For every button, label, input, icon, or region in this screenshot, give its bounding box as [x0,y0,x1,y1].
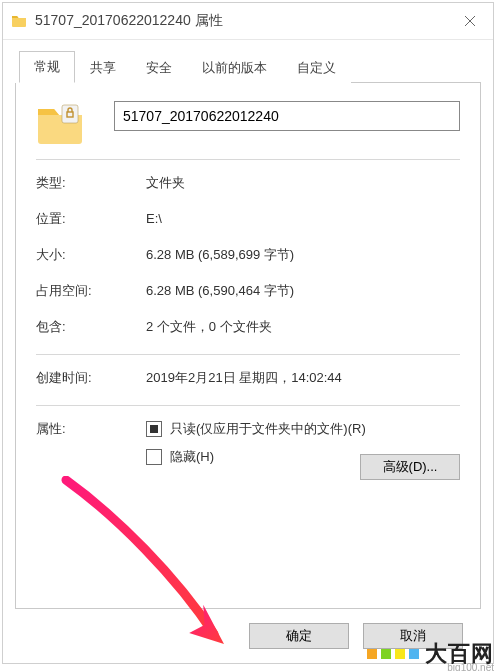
tab-customize[interactable]: 自定义 [282,52,351,83]
label-location: 位置: [36,210,146,228]
checkbox-hidden[interactable] [146,449,162,465]
ok-button[interactable]: 确定 [249,623,349,649]
advanced-button[interactable]: 高级(D)... [360,454,460,480]
checkbox-readonly-row[interactable]: 只读(仅应用于文件夹中的文件)(R) [146,420,460,438]
separator [36,354,460,355]
label-size-on-disk: 占用空间: [36,282,146,300]
close-icon [464,15,476,27]
titlebar[interactable]: 51707_20170622012240 属性 [3,3,493,40]
folder-name-input[interactable] [114,101,460,131]
value-contains: 2 个文件，0 个文件夹 [146,318,460,336]
value-size-on-disk: 6.28 MB (6,590,464 字节) [146,282,460,300]
value-type: 文件夹 [146,174,460,192]
tab-security[interactable]: 安全 [131,52,187,83]
general-panel: 类型:文件夹 位置:E:\ 大小:6.28 MB (6,589,699 字节) … [15,83,481,609]
folder-large-icon [36,103,84,147]
value-size: 6.28 MB (6,589,699 字节) [146,246,460,264]
label-contains: 包含: [36,318,146,336]
label-attributes: 属性: [36,420,146,476]
label-type: 类型: [36,174,146,192]
label-size: 大小: [36,246,146,264]
tab-previous-versions[interactable]: 以前的版本 [187,52,282,83]
close-button[interactable] [447,3,493,39]
value-created: 2019年2月21日 星期四，14:02:44 [146,369,460,387]
separator [36,159,460,160]
watermark-url: big100.net [447,662,494,671]
window-title: 51707_20170622012240 属性 [35,12,447,30]
properties-dialog: 51707_20170622012240 属性 常规 共享 安全 以前的版本 自… [2,2,494,664]
value-location: E:\ [146,210,460,228]
separator [36,405,460,406]
label-created: 创建时间: [36,369,146,387]
checkbox-readonly[interactable] [146,421,162,437]
checkbox-readonly-label: 只读(仅应用于文件夹中的文件)(R) [170,420,366,438]
checkbox-hidden-label: 隐藏(H) [170,448,214,466]
tab-strip: 常规 共享 安全 以前的版本 自定义 [19,50,481,83]
folder-icon [11,13,27,29]
tab-general[interactable]: 常规 [19,51,75,83]
tab-sharing[interactable]: 共享 [75,52,131,83]
